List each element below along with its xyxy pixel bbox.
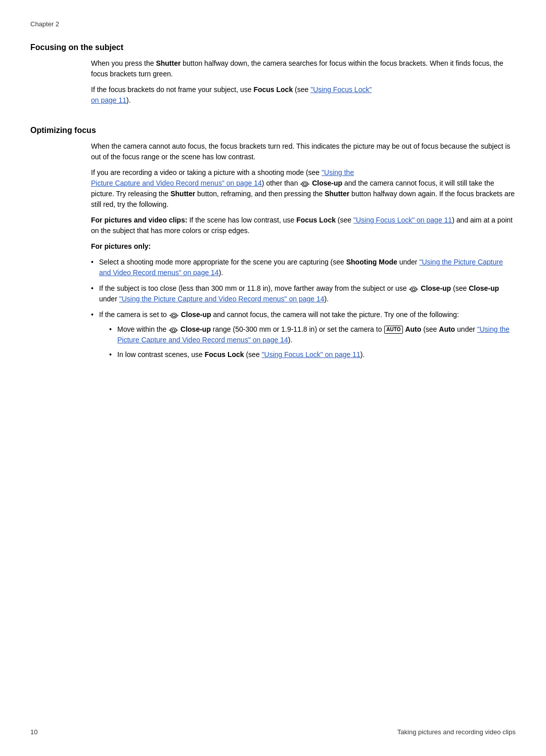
svg-point-9 [172,315,175,317]
focuslock-bold-2: Focus Lock [296,216,336,224]
using-focus-lock-link-1[interactable]: "Using Focus Lock"on page 11 [91,85,372,104]
using-focus-lock-link-2[interactable]: "Using Focus Lock" on page 11 [353,216,452,224]
sub-bullet-item-1: Move within the Close-up range (50-300 m… [109,324,516,345]
closeup-bold-5: Close-up [180,325,211,333]
svg-point-5 [412,288,415,291]
picture-capture-link-3[interactable]: "Using the Picture Capture and Video Rec… [119,295,325,303]
sub-bullet-list: Move within the Close-up range (50-300 m… [109,324,516,360]
closeup-bold-4: Close-up [181,310,211,319]
section1-para1: When you press the Shutter button halfwa… [91,58,516,106]
svg-point-1 [303,183,306,186]
section2-for-pictures-video: For pictures and video clips: If the sce… [91,215,516,252]
svg-point-4 [411,287,417,292]
section-title-optimizing: Optimizing focus [30,126,516,135]
auto-bold-1: Auto [405,325,421,333]
svg-point-8 [171,313,177,318]
page-footer: 10 Taking pictures and recording video c… [30,728,516,736]
svg-point-13 [172,329,175,332]
shutter-bold-2: Shutter [170,190,195,198]
bullet-item-3: If the camera is set to Close-up and can… [91,309,516,360]
picture-capture-link-2[interactable]: "Using the Picture Capture and Video Rec… [99,258,503,277]
closeup-bold-2: Close-up [421,284,451,292]
using-focus-lock-link-3[interactable]: "Using Focus Lock" on page 11 [262,350,360,359]
footer-page-label: Taking pictures and recording video clip… [397,728,516,736]
closeup-icon-2 [409,285,418,292]
closeup-bold-1: Close-up [312,179,342,187]
bullet-item-2: If the subject is too close (less than 3… [91,283,516,304]
section2-para1: When the camera cannot auto focus, the f… [91,141,516,162]
section-title-focusing: Focusing on the subject [30,43,516,52]
section-optimizing: Optimizing focus When the camera cannot … [30,126,516,360]
svg-point-12 [170,328,176,333]
shutter-bold-3: Shutter [325,190,349,198]
focuslock-bold-3: Focus Lock [205,350,244,359]
focuslock-bold-1: Focus Lock [253,85,293,94]
closeup-icon-3 [169,312,178,319]
bullet-item-1: Select a shooting mode more appropriate … [91,257,516,278]
shutter-bold-1: Shutter [156,59,180,67]
closeup-icon-4 [169,326,178,333]
sub-bullet-item-2: In low contrast scenes, use Focus Lock (… [109,349,516,360]
for-pictures-video-bold: For pictures and video clips: [91,216,188,224]
section2-para2: If you are recording a video or taking a… [91,167,516,210]
closeup-bold-3: Close-up [469,284,499,292]
shooting-mode-bold: Shooting Mode [346,258,397,266]
closeup-icon-1 [300,180,309,187]
for-pictures-only-bold: For pictures only: [91,242,151,250]
chapter-label: Chapter 2 [30,20,516,28]
footer-page-number: 10 [30,728,37,736]
page-content: Chapter 2 Focusing on the subject When y… [0,0,546,421]
section-focusing: Focusing on the subject When you press t… [30,43,516,106]
svg-point-0 [302,182,308,187]
auto-badge: AUTO [384,326,402,334]
auto-bold-2: Auto [439,325,455,333]
bullet-list-main: Select a shooting mode more appropriate … [91,257,516,360]
section2-body: When the camera cannot auto focus, the f… [91,141,516,210]
